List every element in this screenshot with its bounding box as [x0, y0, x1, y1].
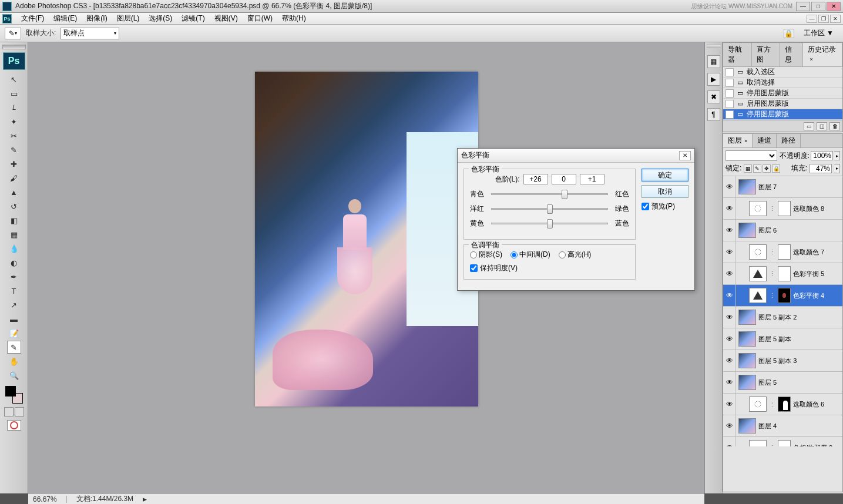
mask-link-icon[interactable]: ⋮	[769, 444, 775, 447]
layer-row[interactable]: 👁图层 7	[723, 176, 842, 198]
layer-thumbnail[interactable]	[749, 440, 767, 446]
layer-list[interactable]: 👁图层 7👁⋮选取颜色 8👁图层 6👁⋮选取颜色 7👁⋮色彩平衡 5👁⋮色彩平衡…	[723, 176, 842, 446]
layer-thumbnail[interactable]	[749, 266, 767, 281]
dock-icon-grid[interactable]: ▦	[707, 55, 720, 68]
workspace-switcher[interactable]: 工作区 ▼	[799, 27, 838, 39]
layer-name-label[interactable]: 图层 5 副本 2	[758, 313, 797, 322]
layer-name-label[interactable]: 图层 5 副本 3	[758, 357, 797, 365]
doc-close-button[interactable]: ✕	[830, 15, 841, 23]
healing-brush-tool[interactable]: ✚	[7, 157, 21, 170]
level-input-1[interactable]	[523, 174, 548, 184]
visibility-toggle[interactable]: 👁	[723, 220, 736, 241]
foreground-color-swatch[interactable]	[5, 386, 16, 397]
visibility-toggle[interactable]: 👁	[723, 263, 736, 284]
layer-name-label[interactable]: 图层 5 副本	[758, 335, 791, 344]
layer-thumbnail[interactable]	[749, 201, 767, 216]
midtones-radio[interactable]: 中间调(D)	[510, 250, 550, 260]
mask-link-icon[interactable]: ⋮	[769, 248, 775, 256]
layer-row[interactable]: 👁图层 4	[723, 415, 842, 437]
standard-mode-button[interactable]	[4, 407, 14, 416]
layer-thumbnail[interactable]	[749, 288, 767, 303]
history-item[interactable]: ▭载入选区	[723, 67, 842, 78]
layer-name-label[interactable]: 选取颜色 7	[793, 248, 824, 257]
tab-history[interactable]: 历史记录×	[803, 43, 842, 66]
eyedropper-tool[interactable]: ✎	[7, 143, 21, 156]
visibility-toggle[interactable]: 👁	[723, 176, 736, 197]
zoom-tool[interactable]: 🔍	[7, 369, 21, 382]
visibility-toggle[interactable]: 👁	[723, 415, 736, 436]
layer-thumbnail[interactable]	[738, 179, 756, 194]
menu-view[interactable]: 视图(V)	[210, 12, 243, 25]
notes-tool[interactable]: 📝	[7, 327, 21, 340]
layer-row[interactable]: 👁⋮色彩平衡 4	[723, 285, 842, 307]
ps-home-button[interactable]: Ps	[3, 52, 25, 70]
layer-thumbnail[interactable]	[749, 244, 767, 260]
tab-info[interactable]: 信息	[780, 43, 802, 66]
visibility-toggle[interactable]: 👁	[723, 198, 736, 219]
layer-thumbnail[interactable]	[738, 418, 756, 434]
color-sampler-tool[interactable]: ✎	[7, 341, 21, 354]
layer-row[interactable]: 👁图层 6	[723, 220, 842, 241]
slider-thumb[interactable]	[547, 204, 553, 214]
history-delete-button[interactable]: 🗑	[829, 122, 840, 130]
magenta-green-slider[interactable]	[491, 208, 608, 210]
mask-link-icon[interactable]: ⋮	[769, 270, 775, 278]
history-item-active[interactable]: ▸▭停用图层蒙版	[723, 109, 842, 120]
tool-preset-picker[interactable]: ✎▾	[5, 28, 21, 39]
shadows-radio[interactable]: 阴影(S)	[470, 250, 502, 260]
layer-row[interactable]: 👁⋮选取颜色 6	[723, 394, 842, 415]
mask-link-icon[interactable]: ⋮	[769, 292, 775, 300]
fullscreen-mode-button[interactable]	[15, 407, 24, 416]
fill-input[interactable]: 47%	[810, 164, 832, 173]
menu-select[interactable]: 选择(S)	[144, 12, 177, 25]
brush-tool[interactable]: 🖌	[7, 172, 21, 184]
layer-name-label[interactable]: 色彩平衡 5	[793, 270, 824, 278]
tab-layers[interactable]: 图层×	[723, 134, 753, 147]
history-item[interactable]: ▭启用图层蒙版	[723, 99, 842, 109]
level-input-2[interactable]	[552, 174, 576, 184]
history-brush-tool[interactable]: ↺	[7, 200, 21, 213]
mask-thumbnail[interactable]	[778, 288, 791, 303]
layer-thumbnail[interactable]	[738, 375, 756, 390]
opacity-arrow[interactable]: ▸	[834, 151, 840, 160]
fill-arrow[interactable]: ▸	[834, 164, 840, 173]
layer-name-label[interactable]: 色彩平衡 4	[793, 291, 824, 300]
sample-size-select[interactable]: 取样点▾	[61, 28, 119, 39]
menu-image[interactable]: 图像(I)	[82, 12, 112, 25]
layer-thumbnail[interactable]	[749, 397, 767, 412]
lock-pixels-icon[interactable]: ✎	[753, 164, 761, 173]
cyan-red-slider[interactable]	[491, 193, 608, 195]
layer-row[interactable]: 👁⋮色相/饱和度 2	[723, 437, 842, 446]
layer-name-label[interactable]: 图层 5	[758, 378, 777, 387]
level-input-3[interactable]	[580, 174, 604, 184]
ok-button[interactable]: 确定	[642, 169, 688, 182]
toolbar-grip[interactable]	[2, 45, 26, 49]
lock-position-icon[interactable]: ✥	[763, 164, 771, 173]
hand-tool[interactable]: ✋	[7, 355, 21, 368]
visibility-toggle[interactable]: 👁	[723, 350, 736, 371]
layer-row[interactable]: 👁图层 5 副本	[723, 328, 842, 350]
layer-row[interactable]: 👁图层 5 副本 3	[723, 350, 842, 372]
slider-thumb[interactable]	[547, 219, 553, 229]
layer-row[interactable]: 👁⋮色彩平衡 5	[723, 263, 842, 285]
layer-row[interactable]: 👁⋮选取颜色 8	[723, 198, 842, 220]
layer-name-label[interactable]: 图层 4	[758, 422, 777, 431]
tab-channels[interactable]: 通道	[753, 134, 777, 147]
menu-window[interactable]: 窗口(W)	[243, 12, 277, 25]
dialog-titlebar[interactable]: 色彩平衡 ✕	[458, 149, 694, 163]
visibility-toggle[interactable]: 👁	[723, 394, 736, 415]
preserve-luminosity-checkbox[interactable]: 保持明度(V)	[470, 263, 629, 273]
pen-tool[interactable]: ✒	[7, 270, 21, 283]
cancel-button[interactable]: 取消	[642, 185, 688, 198]
type-tool[interactable]: T	[7, 284, 21, 297]
tab-navigator[interactable]: 导航器	[723, 43, 752, 66]
color-swatches[interactable]	[5, 386, 23, 404]
visibility-toggle[interactable]: 👁	[723, 241, 736, 263]
layer-row[interactable]: 👁⋮选取颜色 7	[723, 241, 842, 263]
blend-mode-select[interactable]	[726, 150, 777, 161]
mask-thumbnail[interactable]	[778, 397, 791, 412]
layer-name-label[interactable]: 图层 6	[758, 226, 777, 235]
layer-thumbnail[interactable]	[738, 310, 756, 325]
quick-mask-button[interactable]	[7, 420, 21, 431]
maximize-button[interactable]: □	[811, 2, 825, 11]
